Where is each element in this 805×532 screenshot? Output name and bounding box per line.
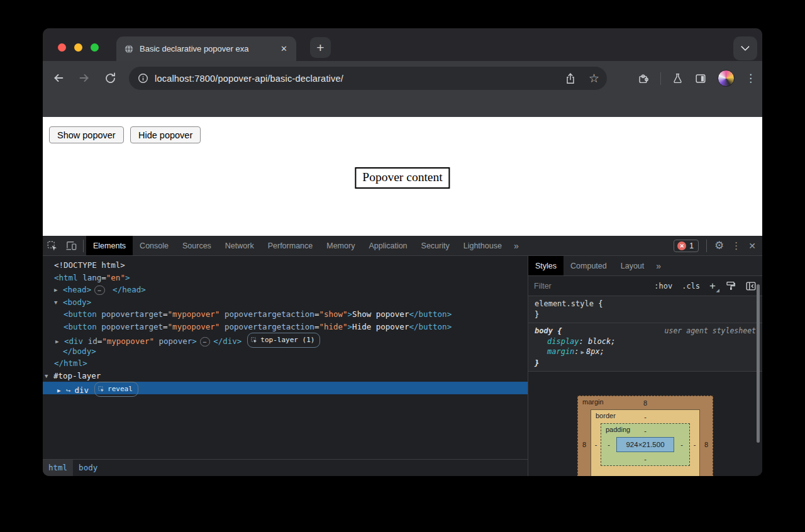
box-model-content-size[interactable]: 924×21.500	[616, 437, 674, 452]
tree-line[interactable]: <button popovertarget="mypopover" popove…	[43, 308, 528, 321]
url-bar[interactable]: localhost:7800/popover-api/basic-declara…	[129, 67, 607, 90]
margin-top-value[interactable]: 8	[643, 399, 647, 407]
close-window-button[interactable]	[58, 43, 66, 52]
inspect-element-button[interactable]	[43, 236, 62, 256]
tab-close-button[interactable]: ✕	[279, 44, 289, 53]
devtools-tabbar: ElementsConsoleSourcesNetworkPerformance…	[43, 236, 762, 256]
browser-tab[interactable]: Basic declarative popover exa ✕	[116, 36, 296, 61]
side-panel-button[interactable]	[694, 72, 707, 85]
border-top-value[interactable]: -	[644, 413, 647, 421]
back-button[interactable]	[50, 70, 67, 86]
tree-line[interactable]: ▶<div id="mypopover" popover>…</div>top-…	[43, 333, 528, 345]
tree-line[interactable]: ▼<body>	[43, 296, 528, 309]
box-model-diagram: margin 8 8 border - -	[577, 396, 713, 476]
padding-bottom-value[interactable]: -	[601, 452, 689, 465]
expand-ellipsis-button[interactable]: …	[200, 337, 210, 346]
maximize-window-button[interactable]	[91, 43, 99, 52]
new-style-rule-button[interactable]: +◢	[709, 280, 716, 291]
sidebar-tab-layout[interactable]: Layout	[614, 256, 652, 275]
padding-right-value[interactable]: -	[674, 437, 689, 452]
devtools-panel: ElementsConsoleSourcesNetworkPerformance…	[43, 236, 762, 476]
devtools-tab-lighthouse[interactable]: Lighthouse	[457, 236, 509, 255]
css-property[interactable]: display: block;	[535, 336, 756, 347]
breadcrumb-item-html[interactable]: html	[43, 460, 73, 476]
body-rule-selector[interactable]: body	[535, 326, 553, 335]
globe-favicon-icon	[124, 44, 134, 54]
bookmark-star-button[interactable]: ☆	[589, 72, 599, 84]
sidebar-toggle-button[interactable]	[745, 280, 757, 292]
devtools-separator2	[706, 240, 707, 252]
margin-right-value[interactable]: 8	[700, 409, 713, 476]
more-tabs-icon[interactable]: »	[509, 241, 523, 251]
tree-line[interactable]: </html>	[43, 357, 528, 370]
tree-expander-icon: ▶	[54, 284, 63, 297]
new-tab-button[interactable]: +	[310, 37, 331, 58]
tree-expander-icon: ▶	[57, 385, 66, 397]
tree-line[interactable]: ▶<head>… </head>	[43, 284, 528, 296]
minimize-window-button[interactable]	[74, 43, 82, 52]
tab-search-button[interactable]	[733, 36, 757, 60]
browser-menu-kebab-icon[interactable]: ⋮	[745, 72, 756, 85]
styles-pane: StylesComputedLayout» :hov .cls +◢	[528, 256, 762, 476]
body-style-rule[interactable]: body { user agent stylesheet display: bl…	[528, 323, 762, 372]
toggle-hover-state-button[interactable]: :hov	[654, 282, 672, 291]
tree-line[interactable]: <html lang="en">	[43, 272, 528, 284]
styles-brush-button[interactable]	[725, 280, 736, 291]
share-button[interactable]	[565, 72, 576, 85]
border-right-value[interactable]: -	[690, 423, 699, 466]
box-model-margin-label: margin	[582, 398, 604, 406]
url-text[interactable]: localhost:7800/popover-api/basic-declara…	[155, 74, 343, 84]
element-style-selector[interactable]: element.style	[535, 299, 594, 308]
top-layer-badge[interactable]: top-layer (1)	[247, 333, 320, 348]
devtools-tab-network[interactable]: Network	[218, 236, 261, 255]
devtools-tab-console[interactable]: Console	[133, 236, 175, 255]
css-property[interactable]: margin:▶8px;	[535, 346, 756, 358]
expand-ellipsis-button[interactable]: …	[94, 285, 104, 295]
show-popover-button[interactable]: Show popover	[49, 126, 124, 143]
breadcrumb-item-body[interactable]: body	[73, 460, 103, 476]
console-error-badge[interactable]: ✕ 1	[674, 240, 699, 252]
toolbar-lower-band	[43, 96, 762, 117]
hide-popover-button[interactable]: Hide popover	[130, 126, 201, 143]
error-count: 1	[689, 241, 694, 250]
devtools-close-icon[interactable]: ✕	[748, 241, 756, 251]
popover-content: Popover content	[355, 167, 450, 189]
browser-window: Basic declarative popover exa ✕ + localh…	[43, 28, 762, 476]
sidebar-tab-styles[interactable]: Styles	[528, 256, 564, 275]
tree-line[interactable]: ▼#top-layer	[43, 370, 528, 382]
devtools-tab-memory[interactable]: Memory	[319, 236, 362, 255]
styles-scrollbar[interactable]	[757, 284, 760, 443]
labs-flask-button[interactable]	[672, 72, 684, 84]
profile-avatar[interactable]	[718, 70, 735, 87]
elements-pane: <!DOCTYPE html><html lang="en">▶<head>… …	[43, 256, 528, 476]
toggle-class-button[interactable]: .cls	[682, 282, 700, 291]
tree-line[interactable]: ▶↪divreveal	[43, 382, 528, 394]
tree-line[interactable]: <!DOCTYPE html>	[43, 259, 528, 272]
forward-button[interactable]	[76, 70, 92, 86]
padding-top-value[interactable]: -	[644, 427, 647, 435]
devtools-tab-sources[interactable]: Sources	[175, 236, 218, 255]
settings-gear-icon[interactable]: ⚙	[714, 239, 724, 252]
devtools-menu-kebab-icon[interactable]: ⋮	[731, 240, 741, 252]
extensions-button[interactable]	[637, 72, 650, 85]
site-info-icon[interactable]	[138, 73, 148, 84]
browser-toolbar: localhost:7800/popover-api/basic-declara…	[43, 61, 762, 96]
devtools-tab-security[interactable]: Security	[414, 236, 457, 255]
reload-button[interactable]	[102, 70, 118, 86]
border-left-value[interactable]: -	[591, 423, 601, 466]
element-style-rule[interactable]: element.style { }	[528, 296, 762, 323]
reveal-badge[interactable]: reveal	[94, 382, 138, 397]
tree-line[interactable]: <button popovertarget="mypopover" popove…	[43, 321, 528, 333]
sidebar-tab-computed[interactable]: Computed	[564, 256, 614, 275]
chevron-down-icon	[741, 42, 750, 51]
devtools-tab-performance[interactable]: Performance	[261, 236, 320, 255]
padding-left-value[interactable]: -	[601, 437, 616, 452]
expand-triangle-icon[interactable]: ▶	[581, 349, 584, 355]
devtools-tab-elements[interactable]: Elements	[86, 236, 133, 255]
styles-filter-input[interactable]	[534, 282, 628, 291]
devtools-tab-application[interactable]: Application	[362, 236, 414, 255]
sidebar-more-tabs-icon[interactable]: »	[651, 261, 665, 271]
device-toolbar-button[interactable]	[62, 236, 80, 256]
margin-left-value[interactable]: 8	[578, 409, 591, 476]
box-model-border-label: border	[596, 412, 616, 419]
